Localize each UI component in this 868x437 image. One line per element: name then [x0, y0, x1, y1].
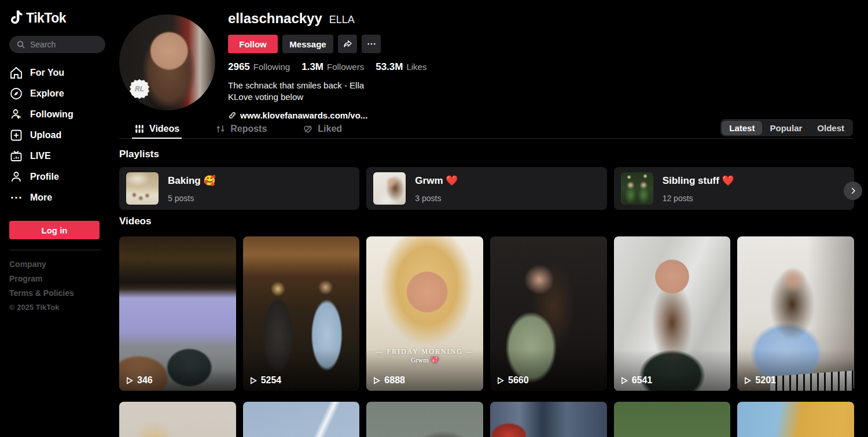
- video-thumbnail[interactable]: [614, 402, 731, 437]
- video-thumbnail[interactable]: 5201: [737, 236, 854, 391]
- profile-avatar[interactable]: RL: [119, 14, 215, 110]
- stat-label: Likes: [406, 62, 426, 72]
- tiktok-note-icon: [9, 10, 24, 26]
- sidebar-item-label: Profile: [30, 172, 59, 182]
- play-icon: [249, 376, 258, 385]
- video-thumbnail[interactable]: 6541: [614, 236, 731, 391]
- bio-link[interactable]: www.klovefanawards.com/vo...: [228, 110, 426, 120]
- avatar-watermark-badge: RL: [130, 79, 149, 99]
- profile-info: ellaschnackyy ELLA Follow Message 2965 F…: [228, 10, 426, 120]
- chevron-right-icon: [849, 187, 857, 195]
- playlist-post-count: 5 posts: [168, 194, 216, 203]
- sidebar-item-more[interactable]: More: [9, 187, 105, 208]
- tiktok-logo[interactable]: TikTok: [9, 8, 105, 28]
- video-grid: 346 5254 — FRIDAY MORNING — Grwm 💖 6888 …: [119, 236, 854, 437]
- playlist-card-sibling-stuff[interactable]: Sibling stuff ❤️ 12 posts: [614, 167, 854, 210]
- message-button[interactable]: Message: [282, 35, 333, 53]
- link-icon: [228, 111, 237, 120]
- sort-latest[interactable]: Latest: [722, 121, 762, 135]
- playlist-post-count: 12 posts: [663, 194, 734, 203]
- sidebar-divider: [9, 250, 101, 250]
- playlist-thumbnail: [126, 172, 159, 205]
- sidebar-item-explore[interactable]: Explore: [9, 83, 105, 104]
- share-arrow-icon: [343, 39, 353, 49]
- playlist-card-baking[interactable]: Baking 🥰 5 posts: [119, 167, 359, 210]
- more-dots-icon: [9, 191, 23, 205]
- footer-link-program[interactable]: Program: [9, 274, 105, 283]
- bio-line-1: The schnack that smiles back - Ella: [228, 80, 426, 91]
- profile-nickname: ELLA: [329, 14, 355, 26]
- sidebar-item-label: Upload: [30, 130, 61, 140]
- compass-icon: [9, 87, 23, 101]
- sidebar-item-profile[interactable]: Profile: [9, 166, 105, 187]
- tiktok-logo-text: TikTok: [26, 10, 66, 26]
- video-thumbnail[interactable]: [119, 402, 236, 437]
- footer-link-company[interactable]: Company: [9, 260, 105, 269]
- stat-label: Following: [253, 62, 290, 72]
- user-follow-icon: [9, 108, 23, 121]
- live-tv-icon: [9, 149, 23, 163]
- search-input[interactable]: [30, 40, 94, 49]
- footer-link-terms[interactable]: Terms & Policies: [9, 288, 105, 298]
- search-bar[interactable]: [9, 36, 105, 53]
- heart-lock-icon: [303, 124, 313, 134]
- sidebar: TikTok For You Explore Following Upload …: [0, 0, 113, 437]
- playlist-title: Baking 🥰: [168, 175, 216, 187]
- play-icon: [372, 376, 381, 385]
- bio-link-text: www.klovefanawards.com/vo...: [240, 110, 367, 120]
- sidebar-nav: For You Explore Following Upload LIVE Pr…: [9, 62, 105, 208]
- copyright-text: © 2025 TikTok: [9, 303, 105, 312]
- tab-reposts[interactable]: Reposts: [215, 119, 267, 138]
- stat-label: Followers: [327, 62, 364, 72]
- stat-likes[interactable]: 53.3M Likes: [376, 61, 426, 73]
- play-icon: [620, 376, 628, 385]
- profile-tabbar: Videos Reposts Liked Latest Popular Olde…: [119, 119, 854, 139]
- tab-label: Liked: [318, 124, 342, 134]
- video-thumbnail[interactable]: [490, 402, 607, 437]
- tab-liked[interactable]: Liked: [303, 119, 342, 138]
- sidebar-item-following[interactable]: Following: [9, 104, 105, 125]
- video-thumbnail[interactable]: 5254: [243, 236, 360, 391]
- view-count: 6888: [384, 375, 405, 386]
- upload-plus-icon: [9, 128, 23, 142]
- more-options-button[interactable]: [362, 35, 381, 53]
- share-button[interactable]: [338, 35, 357, 53]
- playlist-card-grwm[interactable]: Grwm ❤️ 3 posts: [366, 167, 606, 210]
- follow-button[interactable]: Follow: [228, 35, 278, 53]
- sort-oldest[interactable]: Oldest: [810, 121, 852, 135]
- profile-user-icon: [9, 170, 23, 184]
- repost-icon: [215, 124, 226, 134]
- playlist-title: Sibling stuff ❤️: [663, 175, 734, 187]
- view-count: 5254: [261, 375, 282, 386]
- sidebar-item-for-you[interactable]: For You: [9, 62, 105, 83]
- search-icon: [16, 40, 25, 49]
- overlay-line-1: — FRIDAY MORNING —: [366, 347, 483, 356]
- piano-keys-detail: [770, 371, 854, 391]
- video-thumbnail[interactable]: [366, 402, 483, 437]
- login-button[interactable]: Log in: [9, 221, 100, 239]
- playlists-next-button[interactable]: [844, 182, 862, 200]
- stat-value: 53.3M: [376, 61, 403, 73]
- video-thumbnail[interactable]: — FRIDAY MORNING — Grwm 💖 6888: [366, 236, 483, 391]
- sort-popular[interactable]: Popular: [762, 121, 810, 135]
- playlists-heading: Playlists: [119, 149, 159, 160]
- playlist-post-count: 3 posts: [415, 194, 458, 203]
- sidebar-item-upload[interactable]: Upload: [9, 125, 105, 146]
- video-thumbnail[interactable]: [737, 402, 854, 437]
- bio-line-2: KLove voting below: [228, 91, 426, 103]
- main-content: RL ellaschnackyy ELLA Follow Message 296…: [119, 0, 854, 437]
- playlist-thumbnail: [621, 172, 653, 205]
- video-thumbnail[interactable]: 5660: [490, 236, 607, 391]
- stat-following[interactable]: 2965 Following: [228, 61, 290, 73]
- stat-followers[interactable]: 1.3M Followers: [301, 61, 364, 73]
- sidebar-item-label: Following: [30, 109, 73, 120]
- tab-videos[interactable]: Videos: [134, 119, 179, 138]
- playlist-title: Grwm ❤️: [415, 175, 458, 187]
- sidebar-item-label: LIVE: [30, 151, 51, 161]
- sidebar-item-live[interactable]: LIVE: [9, 146, 105, 166]
- video-thumbnail[interactable]: No better feeling than when the ones: [243, 402, 360, 437]
- video-thumbnail[interactable]: 346: [119, 236, 236, 391]
- playlists-row: Baking 🥰 5 posts Grwm ❤️ 3 posts Sibling…: [119, 167, 854, 210]
- play-icon: [125, 376, 134, 385]
- sort-control: Latest Popular Oldest: [720, 119, 853, 136]
